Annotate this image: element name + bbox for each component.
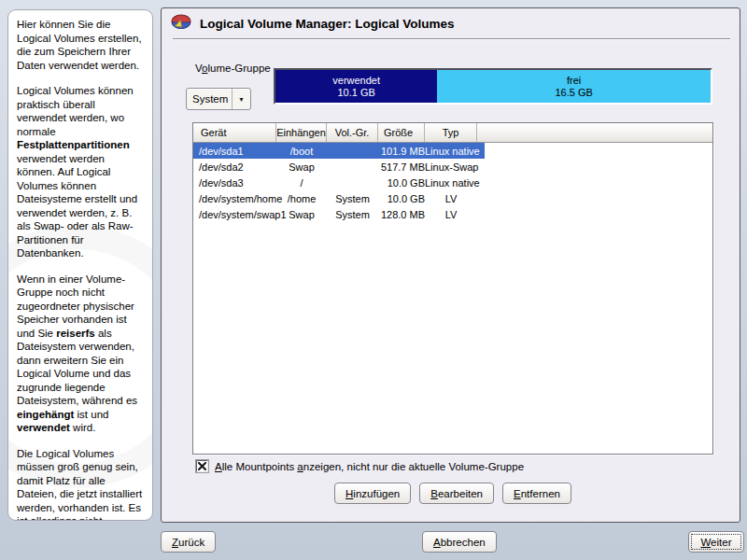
cell-groesse: 10.0 GB — [378, 177, 425, 189]
column-header-einhaengen[interactable]: Einhängen — [276, 123, 327, 142]
add-button[interactable]: Hinzufügen — [334, 483, 411, 504]
cell-geraet: /dev/sda2 — [193, 161, 276, 173]
volume-group-select[interactable]: System ▼ — [186, 88, 251, 110]
cell-geraet: /dev/sda3 — [193, 177, 276, 189]
help-paragraph: Logical Volumes können praktisch überall… — [17, 84, 144, 260]
volume-group-value: System — [187, 93, 232, 105]
title-separator — [173, 38, 730, 40]
cell-geraet: /dev/system/swap1 — [193, 209, 276, 220]
table-row[interactable]: /dev/system/swap1SwapSystem128.0 MBLV — [193, 206, 485, 222]
back-button[interactable]: Zurück — [161, 531, 216, 553]
cell-groesse: 101.9 MB — [378, 146, 425, 157]
cell-geraet: /dev/sda1 — [193, 146, 276, 157]
help-paragraph: Hier können Sie die Logical Volumes erst… — [17, 18, 144, 72]
column-header-geraet[interactable]: Gerät — [193, 123, 276, 142]
column-header-typ[interactable]: Typ — [425, 123, 477, 142]
cell-groesse: 128.0 MB — [378, 209, 425, 220]
help-paragraph: Die Logical Volumes müssen groß genug se… — [17, 447, 144, 522]
column-header-vol-gr[interactable]: Vol.-Gr. — [327, 123, 378, 142]
volumes-table[interactable]: GerätEinhängenVol.-Gr.GrößeTyp /dev/sda1… — [192, 122, 713, 455]
cell-einhaengen: /home — [276, 193, 327, 204]
cell-vol-gr: System — [327, 209, 378, 220]
free-label: frei — [567, 75, 581, 87]
cell-groesse: 10.0 GB — [378, 193, 425, 204]
table-row[interactable]: /dev/system/home/homeSystem10.0 GBLV — [193, 190, 485, 206]
column-header-groesse[interactable]: Größe — [378, 123, 425, 142]
used-value: 10.1 GB — [337, 87, 374, 99]
help-paragraph: Wenn in einer Volume-Gruppe noch nicht z… — [17, 273, 144, 435]
delete-button[interactable]: Entfernen — [502, 483, 571, 504]
cell-geraet: /dev/system/home — [193, 193, 276, 204]
show-all-mountpoints-label[interactable]: Alle Mountpoints anzeigen, nicht nur die… — [215, 461, 524, 472]
page-title: Logical Volume Manager: Logical Volumes — [200, 17, 455, 31]
cell-groesse: 517.7 MB — [378, 161, 425, 173]
cell-typ: Linux native — [425, 146, 477, 157]
cancel-button[interactable]: Abbrechen — [422, 531, 497, 553]
x-mark-icon — [198, 462, 206, 470]
edit-button[interactable]: Bearbeiten — [419, 483, 494, 504]
chevron-down-icon[interactable]: ▼ — [232, 89, 250, 109]
cell-einhaengen: Swap — [276, 209, 327, 220]
cell-einhaengen: Swap — [276, 161, 327, 173]
title-bar: Logical Volume Manager: Logical Volumes — [171, 14, 455, 33]
usage-bar: verwendet 10.1 GB frei 16.5 GB — [274, 68, 712, 105]
show-all-mountpoints-row: Alle Mountpoints anzeigen, nicht nur die… — [196, 460, 524, 472]
usage-bar-used-segment: verwendet 10.1 GB — [275, 70, 437, 103]
usage-bar-free-segment: frei 16.5 GB — [437, 70, 711, 103]
disk-partition-icon — [171, 14, 191, 33]
table-header-row: GerätEinhängenVol.-Gr.GrößeTyp — [193, 123, 712, 143]
wizard-window: Hier können Sie die Logical Volumes erst… — [0, 0, 747, 560]
used-label: verwendet — [332, 75, 380, 87]
cell-typ: Linux-Swap — [425, 161, 477, 173]
table-body: /dev/sda1/boot101.9 MBLinux native/dev/s… — [193, 143, 712, 222]
cell-einhaengen: / — [276, 177, 327, 189]
free-value: 16.5 GB — [555, 87, 592, 99]
cell-einhaengen: /boot — [276, 146, 327, 157]
cell-typ: Linux native — [425, 177, 477, 189]
table-row[interactable]: /dev/sda3/10.0 GBLinux native — [193, 175, 485, 190]
help-panel: Hier können Sie die Logical Volumes erst… — [7, 9, 153, 521]
cell-typ: LV — [425, 193, 477, 204]
table-action-buttons: HinzufügenBearbeitenEntfernen — [334, 483, 571, 504]
main-panel: Logical Volume Manager: Logical Volumes … — [161, 7, 740, 523]
volume-group-label: Volume-Gruppe — [195, 63, 271, 74]
show-all-mountpoints-checkbox[interactable] — [196, 460, 208, 472]
column-header-filler — [477, 123, 712, 142]
cell-vol-gr: System — [327, 193, 378, 204]
cell-typ: LV — [425, 209, 477, 220]
table-row[interactable]: /dev/sda1/boot101.9 MBLinux native — [193, 143, 485, 159]
next-button[interactable]: Weiter — [688, 531, 744, 553]
table-row[interactable]: /dev/sda2Swap517.7 MBLinux-Swap — [193, 159, 485, 175]
